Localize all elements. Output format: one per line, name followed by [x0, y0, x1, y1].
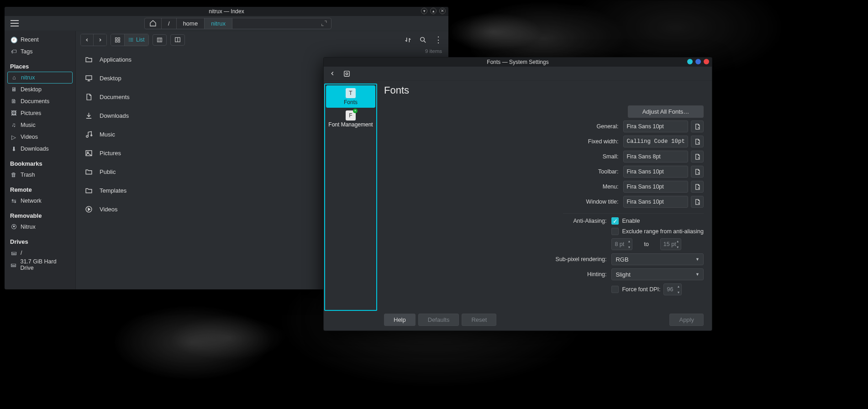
svg-line-16 [424, 41, 426, 42]
close-icon[interactable]: ✕ [439, 8, 446, 14]
search-icon[interactable] [417, 34, 429, 46]
svg-point-15 [421, 37, 425, 41]
font-field-1[interactable]: Calling Code 10pt [623, 136, 688, 147]
font-picker-button[interactable] [691, 196, 704, 208]
menu-icon[interactable] [9, 18, 20, 29]
window-controls: ▾ ▴ ✕ [421, 8, 446, 14]
svg-marker-25 [88, 208, 90, 211]
sidebar-item-network[interactable]: ⇆Network [7, 195, 73, 207]
breadcrumb-current[interactable]: nitrux [205, 18, 232, 29]
columns-view-button[interactable] [153, 34, 167, 46]
sidebar-item-31-7-gib-hard-drive[interactable]: 🖴31.7 GiB Hard Drive [7, 259, 73, 271]
back-icon[interactable] [329, 70, 336, 77]
split-view-button[interactable] [170, 34, 185, 46]
sidebar-icon: ▷ [11, 134, 17, 141]
sidebar-item-recent[interactable]: 🕘Recent [7, 34, 73, 46]
adjust-all-fonts-button[interactable]: Adjust All Fonts… [628, 105, 704, 118]
maximize-icon[interactable] [695, 59, 701, 64]
font-field-2[interactable]: Fira Sans 8pt [623, 151, 688, 163]
breadcrumb-home-icon[interactable] [145, 18, 162, 29]
font-field-3[interactable]: Fira Sans 10pt [623, 166, 688, 178]
reset-button[interactable]: Reset [462, 314, 496, 326]
hinting-select[interactable]: Slight▼ [611, 268, 704, 280]
sort-icon[interactable] [402, 34, 414, 46]
category-font-management[interactable]: FFont Management [326, 108, 375, 130]
help-button[interactable]: Help [384, 314, 416, 326]
exclude-to-label: to [636, 241, 657, 247]
breadcrumb-root[interactable]: / [162, 18, 177, 29]
video-icon [84, 205, 93, 214]
svg-point-8 [129, 40, 130, 40]
font-picker-button[interactable] [691, 151, 704, 163]
antialias-enable-checkbox[interactable]: ✓ [611, 217, 619, 225]
force-dpi-checkbox[interactable] [611, 286, 619, 293]
sidebar-heading: Removable [10, 212, 70, 219]
item-count: 9 items [425, 48, 442, 54]
svg-point-27 [346, 73, 347, 74]
defaults-button[interactable]: Defaults [418, 314, 459, 326]
font-picker-button[interactable] [691, 166, 704, 178]
more-icon[interactable]: ⋮ [432, 34, 444, 46]
font-row-label: Fixed width: [588, 138, 620, 145]
svg-rect-0 [116, 37, 117, 39]
antialias-enable-label: Enable [622, 218, 640, 224]
font-field-4[interactable]: Fira Sans 10pt [623, 181, 688, 193]
folder-icon [84, 186, 93, 195]
sidebar-item-documents[interactable]: 🗎Documents [7, 95, 73, 107]
subpixel-select[interactable]: RGB▼ [611, 253, 704, 265]
sidebar-item--[interactable]: 🖴/ [7, 247, 73, 259]
minimize-icon[interactable]: ▾ [421, 8, 427, 14]
breadcrumb-expand-icon[interactable]: ⌞⌝ [317, 20, 331, 27]
doc-icon [84, 93, 93, 102]
sidebar-item-desktop[interactable]: 🖥Desktop [7, 84, 73, 95]
sidebar-item-videos[interactable]: ▷Videos [7, 131, 73, 143]
sidebar-item-tags[interactable]: 🏷Tags [7, 46, 73, 58]
font-picker-button[interactable] [691, 181, 704, 193]
sidebar-item-nitrux[interactable]: ⦿Nitrux [7, 221, 73, 233]
apply-button[interactable]: Apply [669, 314, 704, 326]
svg-point-9 [129, 41, 130, 42]
nav-buttons [80, 34, 107, 46]
force-dpi-spinner[interactable]: 96 ▲▼ [663, 283, 682, 295]
exclude-from-spinner[interactable]: 8 pt ▲▼ [611, 238, 632, 250]
sidebar-heading: Drives [10, 238, 70, 245]
grid-view-button[interactable] [111, 34, 125, 46]
forward-button[interactable] [94, 34, 106, 46]
exclude-range-checkbox[interactable] [611, 228, 619, 235]
font-picker-button[interactable] [691, 136, 704, 147]
sidebar-icon: 🖥 [11, 86, 17, 93]
close-icon[interactable] [704, 59, 709, 64]
desktop-icon [84, 74, 93, 83]
sidebar-icon: 🗑 [11, 172, 17, 178]
font-picker-button[interactable] [691, 121, 704, 132]
back-button[interactable] [81, 34, 94, 46]
sidebar-icon: 🖴 [11, 262, 16, 268]
configure-icon[interactable] [343, 70, 351, 78]
pic-icon [84, 149, 93, 158]
sidebar-item-trash[interactable]: 🗑Trash [7, 169, 73, 181]
font-row-label: Window title: [586, 199, 620, 205]
folder-icon [84, 55, 93, 64]
sidebar-icon: ⬇ [11, 146, 17, 152]
sidebar-item-pictures[interactable]: 🖼Pictures [7, 107, 73, 119]
list-view-button[interactable]: List [125, 34, 148, 46]
category-fonts[interactable]: TFonts [326, 85, 375, 108]
sidebar-icon: ⇆ [11, 198, 17, 204]
svg-point-7 [129, 38, 130, 39]
minimize-icon[interactable] [687, 59, 693, 64]
sidebar-item-nitrux[interactable]: ⌂nitrux [7, 72, 73, 84]
font-field-5[interactable]: Fira Sans 10pt [623, 196, 688, 208]
svg-rect-26 [344, 71, 349, 76]
page-title: Fonts [384, 84, 704, 96]
font-field-0[interactable]: Fira Sans 10pt [623, 121, 688, 132]
category-icon: F [346, 110, 356, 121]
sidebar-item-downloads[interactable]: ⬇Downloads [7, 143, 73, 155]
breadcrumb-home[interactable]: home [177, 18, 205, 29]
maximize-icon[interactable]: ▴ [430, 8, 437, 14]
tags-icon: 🏷 [11, 48, 17, 55]
category-icon: T [346, 88, 356, 98]
exclude-to-spinner[interactable]: 15 pt ▲▼ [660, 238, 681, 250]
settings-toolbar [324, 67, 712, 80]
sidebar-item-music[interactable]: ♫Music [7, 119, 73, 131]
font-row-label: General: [597, 123, 620, 130]
